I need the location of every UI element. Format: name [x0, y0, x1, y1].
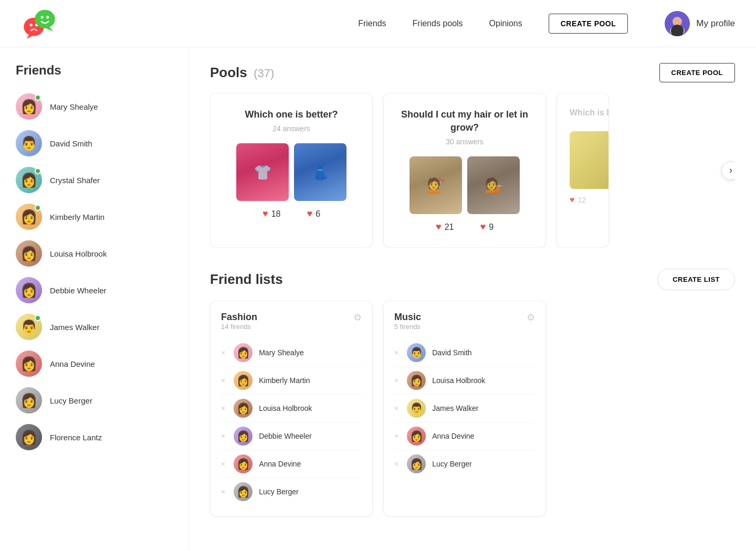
friend-avatar: 👩 [16, 240, 42, 267]
vote-count-2b: 9 [489, 222, 494, 232]
pool-image-2a[interactable]: 💇 [410, 156, 462, 214]
member-avatar: 👩 [234, 454, 253, 473]
member-name: Louisa Holbrook [432, 376, 485, 385]
vote-count-2a: 21 [445, 222, 454, 232]
list-card-header-music: Music 5 firends ⚙ [394, 312, 535, 331]
online-indicator [35, 205, 41, 211]
music-members: × 👨 David Smith × 👩 Louisa Holbrook × 👨 [394, 339, 535, 478]
profile-avatar [665, 11, 690, 36]
friend-lists-section: Friend lists CREATE LIST Fashion 14 fire… [210, 269, 735, 516]
main-content: Pools (37) CREATE POOL Which one is bett… [189, 47, 756, 551]
fashion-settings-icon[interactable]: ⚙ [353, 312, 362, 323]
heart-icon-2b: ♥ [480, 221, 486, 232]
member-name: Louisa Holbrook [259, 404, 312, 412]
fashion-members: × 👩 Mary Shealye × 👩 Kimberly Martin × 👩 [221, 339, 362, 505]
friend-avatar-img: 👩 [16, 424, 42, 450]
member-avatar: 👨 [407, 399, 426, 418]
list-item: × 👨 David Smith [394, 339, 535, 367]
create-pool-button[interactable]: CREATE POOL [659, 63, 735, 82]
member-name: Anna Devine [432, 432, 474, 440]
list-count-music: 5 firends [394, 323, 421, 331]
list-title-fashion: Fashion [221, 312, 257, 323]
nav-opinions[interactable]: Opinions [489, 19, 522, 28]
nav-friends-pools[interactable]: Friends pools [413, 19, 463, 28]
member-name: Kimberly Martin [259, 376, 310, 385]
member-avatar: 👩 [234, 427, 253, 446]
friend-avatar: 👩 [16, 93, 42, 120]
friend-avatar-img: 👩 [16, 240, 42, 267]
vote-2b[interactable]: ♥ 9 [480, 221, 494, 232]
remove-member-button[interactable]: × [221, 432, 225, 440]
friend-avatar: 👩 [16, 387, 42, 414]
vote-2a[interactable]: ♥ 21 [436, 221, 454, 232]
vote-1b[interactable]: ♥ 6 [307, 208, 320, 219]
pool-images-2: 💇 💁 [396, 156, 533, 214]
music-settings-icon[interactable]: ⚙ [527, 312, 535, 323]
remove-member-button[interactable]: × [221, 460, 225, 468]
friend-avatar: 👩 [16, 204, 42, 230]
svg-point-1 [30, 24, 33, 26]
remove-member-button[interactable]: × [221, 404, 225, 412]
remove-member-button[interactable]: × [394, 376, 398, 385]
remove-member-button[interactable]: × [221, 376, 225, 385]
svg-point-5 [46, 16, 49, 18]
pool-question-3-partial: Which is b [570, 108, 596, 118]
pool-image-2b[interactable]: 💁 [467, 156, 520, 214]
remove-member-button[interactable]: × [221, 488, 225, 496]
sidebar-friend-3[interactable]: 👩 Crystal Shafer [16, 162, 173, 198]
sidebar-friend-6[interactable]: 👩 Debbie Wheeler [16, 272, 173, 309]
sidebar-friend-4[interactable]: 👩 Kimberly Martin [16, 198, 173, 235]
sidebar: Friends 👩 Mary Shealye 👨 David Smith 👩 C… [0, 47, 189, 551]
vote-1a[interactable]: ♥ 18 [262, 208, 280, 219]
list-title-music: Music [394, 312, 421, 323]
member-avatar: 👩 [407, 371, 426, 390]
pool-images-1: 👕 👗 [223, 143, 360, 201]
friend-avatar-img: 👩 [16, 351, 42, 377]
heart-icon-1b: ♥ [307, 208, 312, 219]
friend-name: Kimberly Martin [50, 213, 104, 221]
list-item: × 👩 Lucy Berger [394, 450, 535, 478]
logo[interactable] [21, 5, 58, 42]
list-item: × 👩 Louisa Holbrook [394, 367, 535, 395]
svg-point-3 [35, 9, 55, 28]
friend-avatar-img: 👩 [16, 277, 42, 303]
profile-area[interactable]: My profile [665, 11, 735, 36]
member-name: Anna Devine [259, 460, 301, 468]
header-create-pool-button[interactable]: CREATE POOL [549, 14, 628, 34]
member-avatar: 👩 [234, 482, 253, 501]
friend-name: Debbie Wheeler [50, 286, 107, 295]
pool-image-1a[interactable]: 👕 [236, 143, 289, 201]
sidebar-friend-8[interactable]: 👩 Anna Devine [16, 345, 173, 382]
friend-name: Florence Lantz [50, 433, 102, 442]
sidebar-friend-5[interactable]: 👩 Louisa Holbrook [16, 235, 173, 272]
sidebar-friend-1[interactable]: 👩 Mary Shealye [16, 88, 173, 125]
sidebar-title: Friends [16, 63, 173, 78]
nav-friends[interactable]: Friends [358, 19, 386, 28]
member-name: David Smith [432, 348, 471, 357]
friend-avatar-img: 👨 [16, 130, 42, 156]
layout: Friends 👩 Mary Shealye 👨 David Smith 👩 C… [0, 47, 756, 551]
remove-member-button[interactable]: × [394, 348, 398, 357]
pool-image-1b[interactable]: 👗 [294, 143, 346, 201]
heart-icon-2a: ♥ [436, 221, 442, 232]
list-item: × 👩 Mary Shealye [221, 339, 362, 367]
pool-answers-1: 24 answers [223, 124, 360, 133]
vote-count-1a: 18 [271, 209, 281, 219]
remove-member-button[interactable]: × [221, 348, 225, 357]
pools-title: Pools [210, 65, 247, 80]
list-card-header-fashion: Fashion 14 firends ⚙ [221, 312, 362, 331]
heart-icon-3: ♥ [570, 195, 575, 205]
pool-question-2: Should I cut my hair or let in grow? [396, 108, 533, 134]
sidebar-friend-7[interactable]: 👨 James Walker [16, 309, 173, 345]
pool-card-3-partial: Which is b ♥ 12 [556, 93, 609, 248]
remove-member-button[interactable]: × [394, 404, 398, 412]
remove-member-button[interactable]: × [394, 432, 398, 440]
create-list-button[interactable]: CREATE LIST [657, 269, 735, 290]
carousel-next-arrow[interactable]: › [721, 161, 735, 180]
member-avatar: 👩 [234, 343, 253, 362]
remove-member-button[interactable]: × [394, 460, 398, 468]
sidebar-friend-10[interactable]: 👩 Florence Lantz [16, 419, 173, 455]
sidebar-friend-2[interactable]: 👨 David Smith [16, 125, 173, 162]
vote-count-1b: 6 [316, 209, 320, 219]
sidebar-friend-9[interactable]: 👩 Lucy Berger [16, 382, 173, 419]
